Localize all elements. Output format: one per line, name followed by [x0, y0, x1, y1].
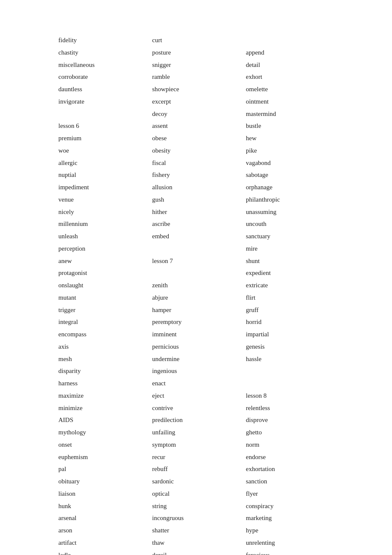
word-cell: ladle — [58, 549, 152, 555]
word-cell: artifact — [58, 537, 152, 549]
word-cell: mesh — [58, 353, 152, 365]
word-cell: pike — [246, 145, 340, 157]
word-cell: integral — [58, 316, 152, 328]
word-cell: invigorate — [58, 95, 152, 108]
word-cell: curt — [152, 34, 246, 46]
word-cell: unleash — [58, 230, 152, 243]
word-cell: pal — [58, 463, 152, 475]
word-cell: dauntless — [58, 83, 152, 95]
word-cell: expedient — [246, 267, 340, 279]
word-cell: arsenal — [58, 512, 152, 524]
word-cell: lesson 6 — [58, 120, 152, 132]
word-cell: eject — [152, 390, 246, 402]
word-cell: woe — [58, 145, 152, 157]
word-cell: sardonic — [152, 475, 246, 488]
word-cell: snigger — [152, 59, 246, 71]
word-cell: liaison — [58, 488, 152, 500]
word-cell: extricate — [246, 279, 340, 292]
word-cell: norm — [246, 439, 340, 451]
word-cell: minimize — [58, 402, 152, 414]
word-cell: fiscal — [152, 157, 246, 169]
word-cell: posture — [152, 46, 246, 59]
word-cell: genesis — [246, 341, 340, 353]
word-cell: showpiece — [152, 83, 246, 95]
word-cell: exhortation — [246, 463, 340, 475]
word-grid: fidelitycurt chastitypostureappendmiscel… — [58, 34, 334, 555]
word-cell: lesson 8 — [246, 390, 340, 402]
word-cell: sabotage — [246, 169, 340, 181]
word-cell: undermine — [152, 353, 246, 365]
word-cell: contrive — [152, 402, 246, 414]
word-cell: impartial — [246, 328, 340, 341]
word-cell: symptom — [152, 439, 246, 451]
word-cell: philanthropic — [246, 194, 340, 206]
word-cell: bustle — [246, 120, 340, 132]
word-cell: harness — [58, 377, 152, 390]
word-cell: zenith — [152, 279, 246, 292]
word-cell: gush — [152, 194, 246, 206]
word-cell: shatter — [152, 524, 246, 537]
word-cell: flirt — [246, 292, 340, 304]
word-cell: perception — [58, 243, 152, 255]
word-cell: lesson 7 — [152, 255, 246, 267]
word-cell: chastity — [58, 46, 152, 59]
word-cell: optical — [152, 488, 246, 500]
word-cell: allusion — [152, 181, 246, 194]
word-cell: protagonist — [58, 267, 152, 279]
word-cell: imminent — [152, 328, 246, 341]
word-cell: orphanage — [246, 181, 340, 194]
word-cell: nicely — [58, 206, 152, 218]
word-cell: ingenious — [152, 365, 246, 377]
word-cell: hype — [246, 524, 340, 537]
word-cell: obituary — [58, 475, 152, 488]
word-cell: uncouth — [246, 218, 340, 230]
word-cell: pernicious — [152, 341, 246, 353]
word-cell: exhort — [246, 71, 340, 83]
word-cell: corroborate — [58, 71, 152, 83]
word-cell: abjure — [152, 292, 246, 304]
word-cell: horrid — [246, 316, 340, 328]
word-cell: unrelenting — [246, 537, 340, 549]
word-cell: marketing — [246, 512, 340, 524]
word-cell: detail — [246, 59, 340, 71]
word-cell: euphemism — [58, 451, 152, 463]
word-cell: unassuming — [246, 206, 340, 218]
word-cell: hither — [152, 206, 246, 218]
word-cell: mutant — [58, 292, 152, 304]
word-cell: gruff — [246, 304, 340, 316]
word-cell: miscellaneous — [58, 59, 152, 71]
word-cell: hassle — [246, 353, 340, 365]
word-cell: append — [246, 46, 340, 59]
word-cell: recur — [152, 451, 246, 463]
word-cell: arson — [58, 524, 152, 537]
word-cell: thaw — [152, 537, 246, 549]
word-cell: encompass — [58, 328, 152, 341]
word-cell: conspiracy — [246, 500, 340, 512]
word-cell: vagabond — [246, 157, 340, 169]
word-cell: omelette — [246, 83, 340, 95]
word-cell: millennium — [58, 218, 152, 230]
word-cell: disparity — [58, 365, 152, 377]
word-cell: axis — [58, 341, 152, 353]
word-cell: endorse — [246, 451, 340, 463]
word-cell: anew — [58, 255, 152, 267]
word-cell: enact — [152, 377, 246, 390]
word-cell: premium — [58, 132, 152, 145]
word-cell: embed — [152, 230, 246, 243]
word-cell: onslaught — [58, 279, 152, 292]
word-cell: trigger — [58, 304, 152, 316]
word-cell: peremptory — [152, 316, 246, 328]
word-cell: derail — [152, 549, 246, 555]
word-cell: nuptial — [58, 169, 152, 181]
word-cell: assent — [152, 120, 246, 132]
word-cell: flyer — [246, 488, 340, 500]
word-cell: obesity — [152, 145, 246, 157]
word-cell: string — [152, 500, 246, 512]
word-cell: incongruous — [152, 512, 246, 524]
word-cell: excerpt — [152, 95, 246, 108]
word-cell: mastermind — [246, 108, 340, 120]
word-cell: hunk — [58, 500, 152, 512]
word-cell: shunt — [246, 255, 340, 267]
word-cell: venue — [58, 194, 152, 206]
word-cell: predilection — [152, 414, 246, 426]
